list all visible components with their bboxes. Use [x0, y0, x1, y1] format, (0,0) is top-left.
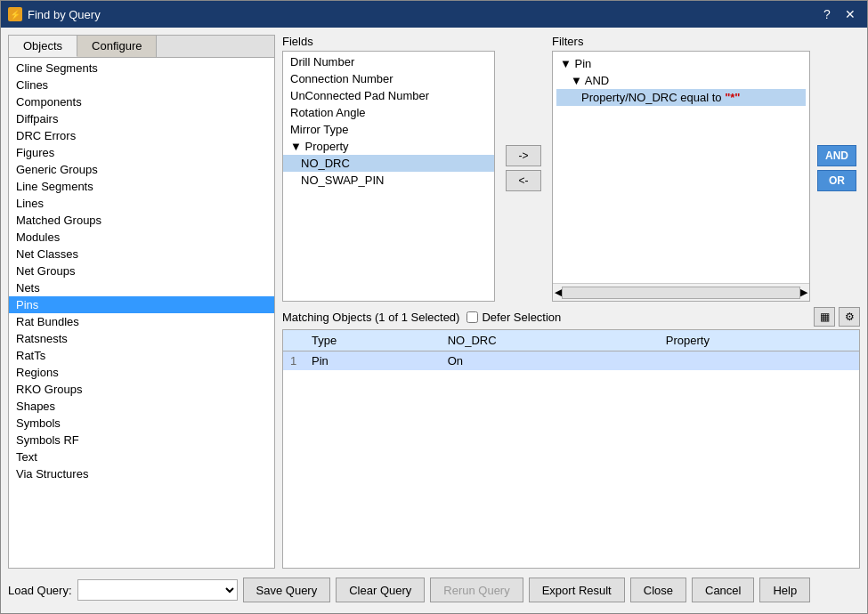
left-panel: Objects Configure Cline SegmentsClinesCo… [8, 35, 275, 569]
main-window: ⚡ Find by Query ? ✕ Objects Configure Cl… [0, 0, 868, 614]
object-item[interactable]: RKO Groups [9, 381, 274, 398]
fields-panel: Fields Drill NumberConnection NumberUnCo… [282, 35, 495, 302]
object-item[interactable]: Rat Bundles [9, 313, 274, 330]
field-item[interactable]: NO_SWAP_PIN [283, 172, 494, 189]
defer-selection-label: Defer Selection [482, 311, 561, 324]
object-item[interactable]: Generic Groups [9, 161, 274, 178]
tab-objects[interactable]: Objects [9, 36, 77, 57]
grid-view-button[interactable]: ▦ [814, 307, 835, 327]
object-item[interactable]: DRC Errors [9, 127, 274, 144]
filter-tree-item[interactable]: Property/NO_DRC equal to "*" [556, 89, 806, 106]
close-title-button[interactable]: ✕ [840, 4, 860, 24]
object-item[interactable]: Net Classes [9, 246, 274, 263]
object-item[interactable]: Cline Segments [9, 60, 274, 77]
table-row[interactable]: 1 Pin On [283, 351, 859, 371]
title-bar-left: ⚡ Find by Query [8, 7, 101, 21]
matching-table-container: Type NO_DRC Property 1 Pin On [282, 329, 860, 569]
arrow-buttons: -> <- [502, 35, 545, 302]
or-button[interactable]: OR [817, 170, 856, 191]
defer-checkbox-group: Defer Selection [466, 311, 561, 324]
filters-scrollbar-area: ◀ ▶ [553, 283, 809, 301]
tab-configure[interactable]: Configure [77, 36, 157, 57]
top-section: Objects Configure Cline SegmentsClinesCo… [8, 35, 860, 569]
col-property: Property [659, 330, 859, 351]
and-button[interactable]: AND [817, 145, 856, 166]
filter-tree-item[interactable]: ▼ Pin [556, 55, 806, 72]
tab-bar: Objects Configure [8, 35, 275, 57]
title-bar: ⚡ Find by Query ? ✕ [1, 1, 867, 28]
object-item[interactable]: Ratsnests [9, 330, 274, 347]
app-icon: ⚡ [8, 7, 22, 21]
matching-table-head: Type NO_DRC Property [283, 330, 859, 351]
object-item[interactable]: Regions [9, 364, 274, 381]
matching-table-body: 1 Pin On [283, 351, 859, 371]
object-item[interactable]: Via Structures [9, 465, 274, 482]
field-item[interactable]: ▼ Property [283, 138, 494, 155]
logic-buttons: AND OR [814, 35, 860, 302]
matching-header: Matching Objects (1 of 1 Selected) Defer… [282, 307, 860, 327]
bottom-bar: Load Query: Save Query Clear Query Rerun… [8, 574, 860, 606]
load-query-label: Load Query: [8, 584, 72, 597]
help-title-button[interactable]: ? [817, 4, 837, 24]
load-query-select[interactable] [77, 579, 238, 601]
fields-list[interactable]: Drill NumberConnection NumberUnConnected… [283, 52, 494, 301]
row-type: Pin [304, 351, 441, 371]
matching-table: Type NO_DRC Property 1 Pin On [283, 330, 859, 370]
object-item[interactable]: Symbols RF [9, 432, 274, 448]
defer-selection-checkbox[interactable] [466, 311, 478, 323]
object-item[interactable]: Pins [9, 296, 274, 313]
object-item[interactable]: Clines [9, 77, 274, 93]
field-item[interactable]: UnConnected Pad Number [283, 87, 494, 104]
object-item[interactable]: Modules [9, 229, 274, 246]
filters-container: ▼ Pin▼ ANDProperty/NO_DRC equal to "*" ◀… [552, 51, 810, 302]
forward-arrow-button[interactable]: -> [506, 145, 541, 166]
matching-section: Matching Objects (1 of 1 Selected) Defer… [282, 307, 860, 569]
col-num [283, 330, 304, 351]
object-item[interactable]: Shapes [9, 398, 274, 415]
field-item[interactable]: Drill Number [283, 53, 494, 70]
object-item[interactable]: Figures [9, 144, 274, 161]
object-item[interactable]: Matched Groups [9, 212, 274, 229]
object-list[interactable]: Cline SegmentsClinesComponentsDiffpairsD… [9, 58, 274, 568]
right-section: Fields Drill NumberConnection NumberUnCo… [282, 35, 860, 569]
save-query-button[interactable]: Save Query [243, 578, 331, 602]
export-result-button[interactable]: Export Result [529, 578, 625, 602]
close-button[interactable]: Close [630, 578, 686, 602]
row-num: 1 [283, 351, 304, 371]
clear-query-button[interactable]: Clear Query [336, 578, 425, 602]
help-button[interactable]: Help [759, 578, 810, 602]
object-item[interactable]: Line Segments [9, 178, 274, 195]
scroll-right-arrow[interactable]: ▶ [800, 287, 807, 298]
settings-button[interactable]: ⚙ [839, 307, 860, 327]
object-item[interactable]: Components [9, 93, 274, 110]
object-item[interactable]: Diffpairs [9, 110, 274, 127]
horizontal-scrollbar[interactable] [562, 287, 800, 299]
filters-list: ▼ Pin▼ ANDProperty/NO_DRC equal to "*" [553, 52, 809, 283]
fields-filters-row: Fields Drill NumberConnection NumberUnCo… [282, 35, 860, 302]
filters-panel: Filters ▼ Pin▼ ANDProperty/NO_DRC equal … [552, 35, 810, 302]
object-item[interactable]: RatTs [9, 347, 274, 364]
rerun-query-button[interactable]: Rerun Query [430, 578, 523, 602]
object-item[interactable]: Net Groups [9, 263, 274, 279]
main-content: Objects Configure Cline SegmentsClinesCo… [1, 28, 867, 613]
object-item[interactable]: Symbols [9, 415, 274, 432]
col-nodrc: NO_DRC [441, 330, 659, 351]
fields-label: Fields [282, 35, 495, 48]
backward-arrow-button[interactable]: <- [506, 170, 541, 191]
field-item[interactable]: Connection Number [283, 70, 494, 87]
matching-title: Matching Objects (1 of 1 Selected) [282, 311, 459, 324]
object-item[interactable]: Lines [9, 195, 274, 212]
object-item[interactable]: Nets [9, 279, 274, 296]
field-item[interactable]: NO_DRC [283, 155, 494, 172]
scroll-left-arrow[interactable]: ◀ [555, 287, 562, 298]
filters-label: Filters [552, 35, 810, 48]
filter-tree-item[interactable]: ▼ AND [556, 72, 806, 89]
row-property [659, 351, 859, 371]
row-nodrc: On [441, 351, 659, 371]
fields-container: Drill NumberConnection NumberUnConnected… [282, 51, 495, 302]
field-item[interactable]: Rotation Angle [283, 104, 494, 121]
object-list-container: Cline SegmentsClinesComponentsDiffpairsD… [8, 57, 275, 569]
cancel-button[interactable]: Cancel [692, 578, 754, 602]
object-item[interactable]: Text [9, 448, 274, 465]
field-item[interactable]: Mirror Type [283, 121, 494, 138]
